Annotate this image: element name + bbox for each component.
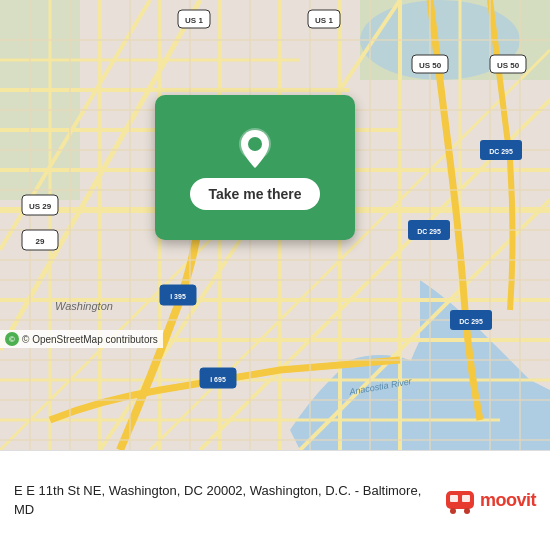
moovit-label: moovit [480,490,536,511]
svg-text:US 1: US 1 [315,16,333,25]
svg-text:DC 295: DC 295 [489,148,513,155]
moovit-logo: moovit [444,485,536,517]
svg-text:29: 29 [36,237,45,246]
svg-rect-77 [462,495,470,502]
osm-logo: © [5,332,19,346]
svg-point-78 [450,508,456,514]
location-card: Take me there [155,95,355,240]
svg-text:DC 295: DC 295 [417,228,441,235]
svg-rect-76 [450,495,458,502]
svg-point-74 [248,137,262,151]
svg-text:DC 295: DC 295 [459,318,483,325]
moovit-icon [444,485,476,517]
svg-text:Washington: Washington [55,300,113,312]
pin-icon [233,126,277,170]
take-me-there-button[interactable]: Take me there [190,178,319,210]
osm-attribution-text: © OpenStreetMap contributors [22,334,158,345]
address-text: E E 11th St NE, Washington, DC 20002, Wa… [14,482,434,518]
svg-point-79 [464,508,470,514]
osm-attribution: © © OpenStreetMap contributors [0,330,163,348]
svg-text:US 1: US 1 [185,16,203,25]
map-container: US 29 29 US 1 US 1 US 50 US 50 I 395 I 6… [0,0,550,450]
svg-text:US 50: US 50 [497,61,520,70]
svg-text:I 395: I 395 [170,293,186,300]
svg-text:US 50: US 50 [419,61,442,70]
bottom-bar: E E 11th St NE, Washington, DC 20002, Wa… [0,450,550,550]
svg-text:I 695: I 695 [210,376,226,383]
svg-text:US 29: US 29 [29,202,52,211]
